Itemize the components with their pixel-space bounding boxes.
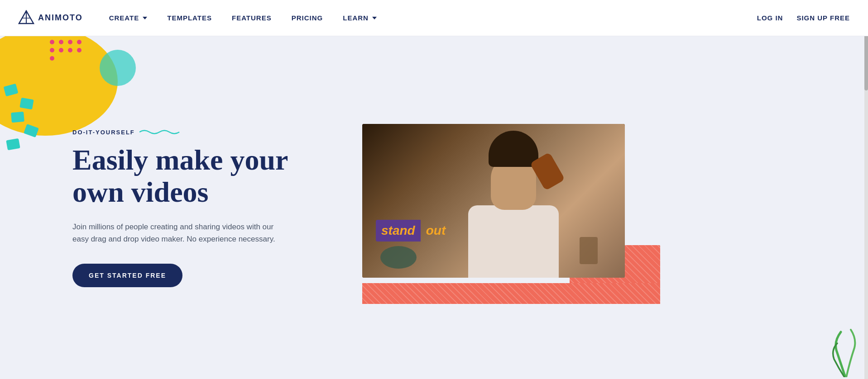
signup-link[interactable]: SIGN UP FREE	[796, 14, 850, 22]
deco-leaves	[832, 327, 859, 379]
hero-section: DO-IT-YOURSELF Easily make your own vide…	[0, 36, 868, 379]
nav-create[interactable]: CREATE	[101, 9, 156, 26]
nav-right: LOG IN SIGN UP FREE	[757, 14, 850, 22]
video-overlay-stand: stand	[376, 220, 421, 242]
hero-description: Join millions of people creating and sha…	[72, 221, 290, 245]
nav-pricing[interactable]: PRICING	[283, 9, 331, 26]
video-scene: stand out	[362, 124, 625, 278]
chevron-down-icon	[372, 17, 377, 19]
deco-teal-circle	[100, 50, 136, 86]
logo-icon	[18, 10, 34, 26]
get-started-button[interactable]: GET STARTED FREE	[72, 264, 182, 287]
hero-title: Easily make your own videos	[72, 144, 326, 208]
main-nav: ANIMOTO CREATE TEMPLATES FEATURES PRICIN…	[0, 0, 868, 36]
brand-name: ANIMOTO	[38, 13, 83, 23]
deco-pink-dots	[50, 40, 82, 61]
login-link[interactable]: LOG IN	[757, 14, 783, 22]
hero-text: DO-IT-YOURSELF Easily make your own vide…	[72, 128, 326, 287]
nav-links: CREATE TEMPLATES FEATURES PRICING LEARN	[101, 9, 757, 26]
hero-content: DO-IT-YOURSELF Easily make your own vide…	[0, 97, 868, 318]
chevron-down-icon	[143, 17, 147, 19]
hero-video-panel: stand out	[362, 124, 814, 291]
logo-link[interactable]: ANIMOTO	[18, 10, 83, 26]
wavy-line-icon	[139, 128, 180, 136]
nav-features[interactable]: FEATURES	[224, 9, 280, 26]
video-container: stand out	[362, 124, 643, 291]
diy-label: DO-IT-YOURSELF	[72, 128, 326, 136]
video-overlay-out: out	[421, 220, 451, 242]
nav-learn[interactable]: LEARN	[335, 9, 385, 26]
nav-templates[interactable]: TEMPLATES	[159, 9, 220, 26]
video-placeholder[interactable]: stand out	[362, 124, 625, 278]
